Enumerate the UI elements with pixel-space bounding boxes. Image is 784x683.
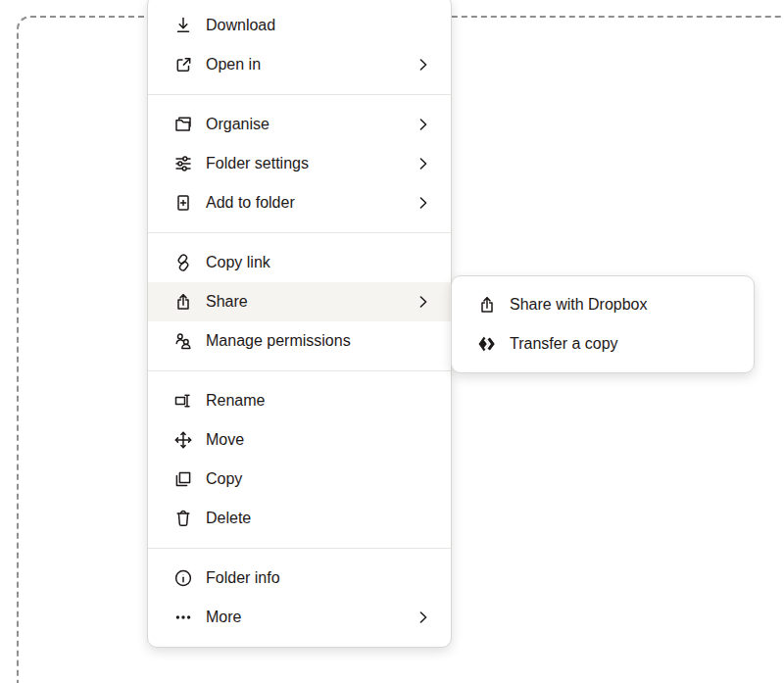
chevron-right-icon <box>419 119 427 130</box>
menu-item-folder-info[interactable]: Folder info <box>148 559 451 598</box>
menu-item-more[interactable]: More <box>148 598 451 637</box>
add-to-folder-icon <box>173 193 193 213</box>
menu-item-open-in[interactable]: Open in <box>148 45 451 84</box>
chevron-right-icon <box>419 611 427 623</box>
organise-icon <box>173 115 193 134</box>
menu-item-share-with-dropbox[interactable]: Share with Dropbox <box>452 285 754 324</box>
menu-item-add-to-folder[interactable]: Add to folder <box>148 183 451 222</box>
download-icon <box>173 16 193 35</box>
menu-item-label: Open in <box>206 45 419 84</box>
menu-group: OrganiseFolder settingsAdd to folder <box>148 94 451 232</box>
menu-item-label: Share <box>206 282 419 321</box>
share-submenu: Share with DropboxTransfer a copy <box>451 275 755 373</box>
menu-item-label: Delete <box>206 499 427 538</box>
move-icon <box>173 430 193 450</box>
menu-item-move[interactable]: Move <box>148 420 451 460</box>
menu-item-rename[interactable]: Rename <box>148 381 451 420</box>
delete-icon <box>173 509 193 528</box>
menu-item-copy-link[interactable]: Copy link <box>148 243 451 282</box>
more-icon <box>173 608 193 627</box>
menu-group: Folder infoMore <box>148 548 451 647</box>
share-icon <box>477 295 497 315</box>
menu-item-label: Add to folder <box>206 183 419 222</box>
chevron-right-icon <box>419 296 427 308</box>
menu-item-label: Share with Dropbox <box>510 285 730 324</box>
menu-group: DownloadOpen in <box>148 0 451 94</box>
menu-item-label: More <box>206 598 419 637</box>
copy-link-icon <box>173 253 193 272</box>
menu-item-label: Folder info <box>206 559 427 598</box>
menu-item-download[interactable]: Download <box>148 6 451 45</box>
rename-icon <box>173 391 193 411</box>
menu-item-label: Copy link <box>206 243 427 282</box>
menu-item-folder-settings[interactable]: Folder settings <box>148 144 451 183</box>
menu-item-label: Folder settings <box>206 144 419 183</box>
chevron-right-icon <box>419 158 427 170</box>
menu-item-label: Copy <box>206 460 427 499</box>
menu-item-copy[interactable]: Copy <box>148 460 451 499</box>
menu-item-organise[interactable]: Organise <box>148 105 451 144</box>
menu-item-manage-permissions[interactable]: Manage permissions <box>148 321 451 361</box>
chevron-right-icon <box>419 59 427 71</box>
copy-icon <box>173 469 193 489</box>
menu-item-delete[interactable]: Delete <box>148 499 451 538</box>
menu-item-label: Move <box>206 420 427 460</box>
transfer-icon <box>477 334 497 354</box>
folder-info-icon <box>173 568 193 588</box>
context-menu: DownloadOpen inOrganiseFolder settingsAd… <box>147 0 452 648</box>
menu-item-label: Rename <box>206 381 427 420</box>
page-canvas: DownloadOpen inOrganiseFolder settingsAd… <box>0 0 784 683</box>
menu-item-share[interactable]: Share <box>148 282 451 321</box>
menu-item-transfer-a-copy[interactable]: Transfer a copy <box>452 324 754 364</box>
chevron-right-icon <box>419 197 427 209</box>
menu-item-label: Manage permissions <box>206 321 427 361</box>
share-icon <box>173 292 193 312</box>
menu-item-label: Organise <box>206 105 419 144</box>
menu-group: Copy linkShareManage permissions <box>148 232 451 370</box>
menu-item-label: Transfer a copy <box>510 324 730 364</box>
manage-permissions-icon <box>173 331 193 351</box>
menu-item-label: Download <box>206 6 427 45</box>
menu-group: RenameMoveCopyDelete <box>148 370 451 548</box>
folder-settings-icon <box>173 154 193 173</box>
open-in-icon <box>173 55 193 74</box>
